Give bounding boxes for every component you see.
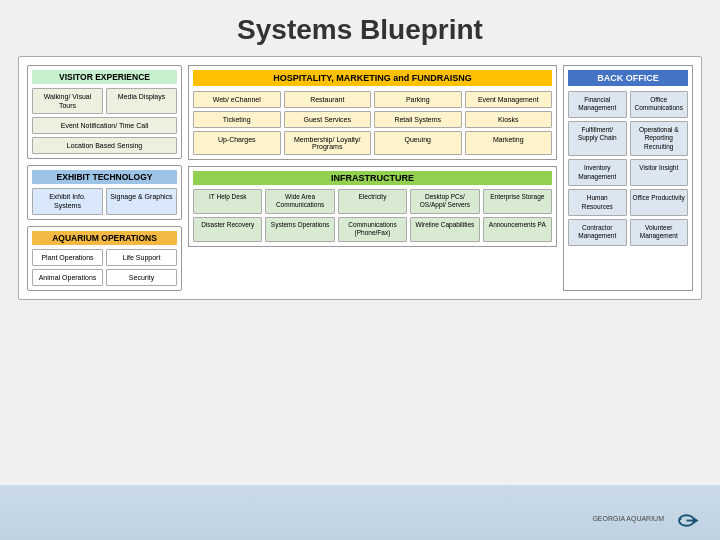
infrastructure-title: INFRASTRUCTURE <box>193 171 552 185</box>
list-item: Kiosks <box>465 111 553 128</box>
list-item: Office Communications <box>630 91 689 118</box>
list-item: Location Based Sensing <box>32 137 177 154</box>
list-item: Announcements PA <box>483 217 552 242</box>
list-item: Operational & Reporting Recruiting <box>630 121 689 156</box>
list-item: Security <box>106 269 177 286</box>
list-item: Desktop PCs/ OS/Appl/ Servers <box>410 189 479 214</box>
list-item: Up-Charges <box>193 131 281 155</box>
list-item: Event Management <box>465 91 553 108</box>
list-item: Volunteer Management <box>630 219 689 246</box>
page-title: Systems Blueprint <box>0 0 720 56</box>
aquarium-section-title: AQUARIUM OPERATIONS <box>32 231 177 245</box>
list-item: Guest Services <box>284 111 372 128</box>
list-item: Financial Management <box>568 91 627 118</box>
exhibit-section-title: EXHIBIT TECHNOLOGY <box>32 170 177 184</box>
back-office-grid: Financial Management Office Communicatio… <box>568 91 688 246</box>
list-item: Electricity <box>338 189 407 214</box>
list-item: Wireline Capabilities <box>410 217 479 242</box>
list-item: Office Productivity <box>630 189 689 216</box>
list-item: Restaurant <box>284 91 372 108</box>
exhibit-technology-section: EXHIBIT TECHNOLOGY Exhibit Info. Systems… <box>27 165 182 219</box>
visitor-experience-section: VISITOR EXPERIENCE Walking/ Visual Tours… <box>27 65 182 159</box>
visitor-section-title: VISITOR EXPERIENCE <box>32 70 177 84</box>
blueprint-container: VISITOR EXPERIENCE Walking/ Visual Tours… <box>18 56 702 300</box>
back-office-section: BACK OFFICE Financial Management Office … <box>563 65 693 291</box>
list-item: Web/ eChannel <box>193 91 281 108</box>
list-item: Media Displays <box>106 88 177 114</box>
right-column: BACK OFFICE Financial Management Office … <box>563 65 693 291</box>
georgia-aquarium-logo <box>670 504 700 534</box>
list-item: IT Help Desk <box>193 189 262 214</box>
list-item: Contractor Management <box>568 219 627 246</box>
list-item: Queuing <box>374 131 462 155</box>
list-item: Communications (Phone/Fax) <box>338 217 407 242</box>
table-row: Web/ eChannel Restaurant Parking Event M… <box>193 91 552 108</box>
list-item: Event Notification/ Time Call <box>32 117 177 134</box>
table-row: Up-Charges Membership/ Loyalty/ Programs… <box>193 131 552 155</box>
list-item: Parking <box>374 91 462 108</box>
list-item: Disaster Recovery <box>193 217 262 242</box>
list-item: Systems Operations <box>265 217 334 242</box>
list-item: Enterprise Storage <box>483 189 552 214</box>
list-item: Human Resources <box>568 189 627 216</box>
list-item: Visitor Insight <box>630 159 689 186</box>
list-item: Marketing <box>465 131 553 155</box>
footer: GEORGIA AQUARIUM <box>592 504 700 534</box>
svg-point-1 <box>679 518 681 520</box>
list-item: Life Support <box>106 249 177 266</box>
visitor-grid: Walking/ Visual Tours Media Displays Eve… <box>32 88 177 154</box>
exhibit-grid: Exhibit Info. Systems Signage & Graphics <box>32 188 177 214</box>
list-item: Signage & Graphics <box>106 188 177 214</box>
aquarium-grid: Plant Operations Life Support Animal Ope… <box>32 249 177 286</box>
list-item: Walking/ Visual Tours <box>32 88 103 114</box>
middle-column: HOSPITALITY, MARKETING and FUNDRAISNG We… <box>188 65 557 291</box>
hospitality-title: HOSPITALITY, MARKETING and FUNDRAISNG <box>193 70 552 86</box>
list-item: Ticketing <box>193 111 281 128</box>
list-item: Fulfillment/ Supply Chain <box>568 121 627 156</box>
list-item: Retail Systems <box>374 111 462 128</box>
infrastructure-rows: IT Help Desk Wide Area Communications El… <box>193 189 552 242</box>
hospitality-rows: Web/ eChannel Restaurant Parking Event M… <box>193 91 552 155</box>
back-office-title: BACK OFFICE <box>568 70 688 86</box>
list-item: Membership/ Loyalty/ Programs <box>284 131 372 155</box>
list-item: Exhibit Info. Systems <box>32 188 103 214</box>
list-item: Wide Area Communications <box>265 189 334 214</box>
hospitality-section: HOSPITALITY, MARKETING and FUNDRAISNG We… <box>188 65 557 160</box>
list-item: Inventory Management <box>568 159 627 186</box>
left-column: VISITOR EXPERIENCE Walking/ Visual Tours… <box>27 65 182 291</box>
table-row: IT Help Desk Wide Area Communications El… <box>193 189 552 214</box>
table-row: Disaster Recovery Systems Operations Com… <box>193 217 552 242</box>
list-item: Plant Operations <box>32 249 103 266</box>
aquarium-operations-section: AQUARIUM OPERATIONS Plant Operations Lif… <box>27 226 182 291</box>
infrastructure-section: INFRASTRUCTURE IT Help Desk Wide Area Co… <box>188 166 557 247</box>
brand-text: GEORGIA AQUARIUM <box>592 514 664 524</box>
list-item: Animal Operations <box>32 269 103 286</box>
table-row: Ticketing Guest Services Retail Systems … <box>193 111 552 128</box>
